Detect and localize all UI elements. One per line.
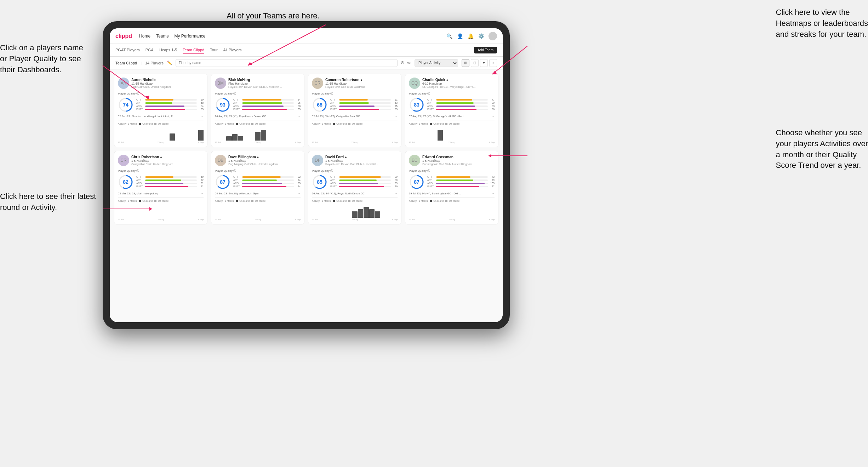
activity-header: Activity · 1 Month On course Off course <box>409 200 495 202</box>
last-activity[interactable]: 02 Jul 23 | 59 (+17), Craigmillar Park G… <box>312 115 398 118</box>
stat-putt: PUTT 85 <box>330 108 398 110</box>
on-course-label: On course <box>142 200 153 202</box>
player-card[interactable]: CR Chris Robertson ● 1-5 Handicap Craigm… <box>114 151 207 224</box>
player-handicap: 1-5 Handicap <box>228 159 301 163</box>
player-avatar: CR <box>118 155 129 166</box>
chart-date-label: 4 Sep <box>295 141 301 143</box>
settings-icon[interactable]: ⚙️ <box>478 33 484 39</box>
grid-large-view[interactable]: ⊞ <box>462 59 469 67</box>
activity-legend: On course Off course <box>236 200 265 202</box>
player-card[interactable]: DF David Ford ● 1-5 Handicap Royal North… <box>308 151 401 224</box>
stat-arg: ARG 75 <box>330 105 398 107</box>
last-activity[interactable]: 26 Aug 23 | 73 (+1), Royal North Devon G… <box>215 115 301 118</box>
player-card[interactable]: DB Dave Billingham ● 1-5 Handicap Sog Ma… <box>211 151 304 224</box>
quality-circle[interactable]: 74 <box>118 97 133 113</box>
last-activity[interactable]: 02 Sep 23 | Sunrise round to get back in… <box>118 115 204 118</box>
stat-ott: OTT 82 <box>233 176 301 178</box>
off-course-dot <box>348 200 350 202</box>
filter-input[interactable] <box>176 59 398 67</box>
on-course-dot <box>430 200 432 202</box>
quality-circle[interactable]: 82 <box>118 174 133 190</box>
activity-title: Activity · 1 Month <box>215 123 234 125</box>
player-name[interactable]: Charlie Quick ● <box>422 78 495 82</box>
quality-circle[interactable]: 85 <box>312 174 327 190</box>
on-course-dot <box>430 123 432 125</box>
player-name[interactable]: Edward Crossman <box>422 155 495 159</box>
player-name[interactable]: Cameron Robertson ● <box>325 78 398 82</box>
nav-link-teams[interactable]: Teams <box>156 32 169 40</box>
bell-icon[interactable]: 🔔 <box>467 33 474 39</box>
last-activity[interactable]: 03 Mar 23 | 19, Must make putting → <box>118 192 204 195</box>
chart-date-label: 31 Jul <box>409 218 415 221</box>
show-select[interactable]: Player Activity Quality Score Trend <box>415 59 458 67</box>
chart-labels: 31 Jul21 Aug4 Sep <box>312 141 398 143</box>
avatar[interactable] <box>489 32 497 40</box>
nav-link-home[interactable]: Home <box>139 32 150 40</box>
last-activity[interactable]: 26 Aug 23 | 84 (+12), Royal North Devon … <box>312 192 398 195</box>
stat-app: APP 79 <box>427 179 495 181</box>
nav-links: Home Teams My Performance <box>139 32 446 40</box>
player-club: Drift Golf Club, United Kingdom <box>131 85 204 89</box>
activity-header: Activity · 1 Month On course Off course <box>215 200 301 202</box>
player-name[interactable]: David Ford ● <box>325 155 398 159</box>
player-info: Charlie Quick ● 6-10 Handicap St. George… <box>422 78 495 89</box>
add-team-button[interactable]: Add Team <box>474 47 497 53</box>
stat-arg: ARG 84 <box>136 105 204 107</box>
profile-icon[interactable]: 👤 <box>457 33 463 39</box>
edit-icon[interactable]: ✏️ <box>167 61 172 65</box>
sub-nav-hcaps[interactable]: Hcaps 1-5 <box>159 46 177 54</box>
sub-nav-team-clippd[interactable]: Team Clippd <box>183 46 204 54</box>
player-header: CR Cameron Robertson ● 11-15 Handicap Ro… <box>312 78 398 89</box>
sub-nav-pga[interactable]: PGA <box>145 46 154 54</box>
player-name[interactable]: Blair McHarg <box>228 78 301 82</box>
player-card[interactable]: AN Aaron Nicholls 11-15 Handicap Drift G… <box>114 74 207 147</box>
player-card[interactable]: BM Blair McHarg Plus Handicap Royal Nort… <box>211 74 304 147</box>
sort-view[interactable]: ↕ <box>489 59 497 67</box>
player-header: CR Chris Robertson ● 1-5 Handicap Craigm… <box>118 155 204 166</box>
player-card[interactable]: EC Edward Crossman 1-5 Handicap Sunningd… <box>405 151 498 224</box>
chart-date-label: 21 Aug <box>449 218 455 221</box>
chart-date-label: 4 Sep <box>489 218 495 221</box>
quality-label: Player Quality ⓘ <box>118 92 204 96</box>
on-course-dot <box>333 123 335 125</box>
quality-circle[interactable]: 87 <box>215 174 230 190</box>
sub-nav-pgat[interactable]: PGAT Players <box>115 46 140 54</box>
player-name[interactable]: Dave Billingham ● <box>228 155 301 159</box>
chart-labels: 31 Jul21 Aug4 Sep <box>118 218 204 221</box>
stat-ott: OTT 61 <box>330 98 398 101</box>
player-name[interactable]: Chris Robertson ● <box>131 155 204 159</box>
last-activity[interactable]: 04 Sep 23 | Mobility with coach, Gym → <box>215 192 301 195</box>
last-activity[interactable]: 19 Jul 23 | 74 (+4), Sunningdale GC - Ol… <box>409 192 495 195</box>
stat-app: APP 85 <box>233 102 301 104</box>
filter-view[interactable]: ▼ <box>480 59 488 67</box>
quality-circle[interactable]: 93 <box>215 97 230 113</box>
sub-nav-tour[interactable]: Tour <box>210 46 217 54</box>
player-name[interactable]: Aaron Nicholls <box>131 78 204 82</box>
stat-ott: OTT 60 <box>136 176 204 178</box>
chart-date-label: 31 Jul <box>215 141 221 143</box>
activity-title: Activity · 1 Month <box>312 123 331 125</box>
nav-logo[interactable]: clippd <box>115 33 132 39</box>
sub-nav-all-players[interactable]: All Players <box>223 46 242 54</box>
activity-chart-section: Activity · 1 Month On course Off course … <box>118 120 204 143</box>
search-icon[interactable]: 🔍 <box>446 33 452 39</box>
stat-arg: ARG 83 <box>427 105 495 107</box>
stats-bars: OTT 82 APP 74 ARG 85 PUTT 94 <box>233 176 301 188</box>
quality-circle[interactable]: 83 <box>409 97 424 113</box>
player-handicap: 11-15 Handicap <box>131 82 204 85</box>
team-bar: Team Clippd | 14 Players ✏️ Show: Player… <box>110 57 503 69</box>
chart-date-label: 31 Jul <box>312 218 318 221</box>
grid-small-view[interactable]: ⊟ <box>471 59 479 67</box>
activity-legend: On course Off course <box>236 123 265 125</box>
off-course-label: Off course <box>158 123 169 125</box>
nav-link-performance[interactable]: My Performance <box>174 32 205 40</box>
last-activity[interactable]: 07 Aug 23 | 77 (+7), St George's Hill GC… <box>409 115 495 118</box>
quality-circle[interactable]: 68 <box>312 97 327 113</box>
activity-title: Activity · 1 Month <box>118 123 137 125</box>
player-card[interactable]: CQ Charlie Quick ● 6-10 Handicap St. Geo… <box>405 74 498 147</box>
player-card[interactable]: CR Cameron Robertson ● 11-15 Handicap Ro… <box>308 74 401 147</box>
quality-circle[interactable]: 87 <box>409 174 424 190</box>
chart-date-label: 4 Sep <box>198 218 204 221</box>
nav-bar: clippd Home Teams My Performance 🔍 👤 🔔 ⚙… <box>110 28 503 44</box>
quality-label: Player Quality ⓘ <box>409 92 495 96</box>
